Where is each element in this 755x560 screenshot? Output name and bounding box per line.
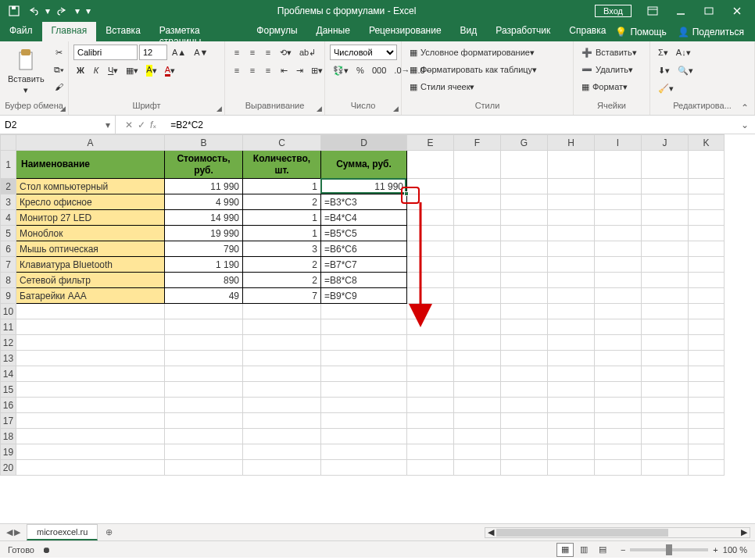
cell[interactable]: 4 990 [165,194,243,210]
cell[interactable] [642,460,689,476]
cell[interactable] [165,460,243,476]
cell[interactable] [642,398,689,413]
column-header[interactable]: B [165,135,243,151]
cell[interactable]: 11 990 [165,179,243,194]
cell[interactable] [595,335,642,351]
row-header[interactable]: 7 [1,257,16,273]
format-painter-icon[interactable]: 🖌 [51,79,67,95]
cell[interactable] [595,460,642,476]
cell[interactable] [595,151,642,179]
cell[interactable] [243,444,321,460]
format-as-table-button[interactable]: ▦ Форматировать как таблицу▾ [406,62,568,77]
cell[interactable] [642,241,689,257]
cell[interactable] [501,257,548,273]
cell[interactable]: 2 [243,194,321,210]
cell[interactable]: Моноблок [16,226,165,241]
cell[interactable]: 49 [165,288,243,304]
cell[interactable]: 2 [243,273,321,288]
cell[interactable]: 1 [243,226,321,241]
zoom-out-icon[interactable]: − [621,545,625,555]
font-name-combo[interactable] [73,45,138,60]
cell[interactable] [642,226,689,241]
cell[interactable]: Сетевой фильтр [16,273,165,288]
cell[interactable] [243,335,321,351]
cell[interactable] [454,335,501,351]
align-right-icon[interactable]: ≡ [261,62,275,78]
border-icon[interactable]: ▦▾ [123,62,141,78]
zoom-level[interactable]: 100 % [723,545,747,555]
font-dialog-launcher[interactable]: ◢ [216,105,222,112]
cell[interactable] [407,351,454,366]
row-header[interactable]: 8 [1,273,16,288]
row-header[interactable]: 5 [1,226,16,241]
cell[interactable]: 1 190 [165,257,243,273]
cell[interactable] [548,398,595,413]
cell[interactable] [407,444,454,460]
cell[interactable] [454,210,501,226]
tab-file[interactable]: Файл [0,22,42,41]
cell[interactable] [595,429,642,444]
cell[interactable] [642,194,689,210]
shrink-font-icon[interactable]: A▼ [191,45,211,60]
cell[interactable] [321,351,407,366]
cell[interactable]: 1 [243,179,321,194]
undo-dropdown-icon[interactable]: ▾ [44,3,52,19]
cell[interactable] [595,319,642,335]
name-box-dropdown-icon[interactable]: ▾ [106,119,110,130]
cell[interactable] [243,398,321,413]
cell[interactable] [548,366,595,382]
clipboard-dialog-launcher[interactable]: ◢ [60,105,66,112]
view-normal-icon[interactable]: ▦ [556,543,574,557]
macro-record-icon[interactable]: ⏺ [42,545,51,555]
cell[interactable] [243,413,321,429]
cell[interactable] [243,460,321,476]
enter-formula-icon[interactable]: ✓ [138,119,145,130]
cell[interactable] [407,460,454,476]
cell[interactable] [689,382,725,398]
cell[interactable] [454,151,501,179]
cell[interactable]: Количество, шт. [243,151,321,179]
cell[interactable] [548,429,595,444]
insert-cells-button[interactable]: ➕ Вставить▾ [578,45,645,60]
align-bottom-icon[interactable]: ≡ [261,45,275,60]
cell[interactable] [454,366,501,382]
row-header[interactable]: 1 [1,151,16,179]
cell[interactable] [321,366,407,382]
cell[interactable] [165,319,243,335]
name-box[interactable] [5,119,106,130]
row-header[interactable]: 2 [1,179,16,194]
cell[interactable] [454,194,501,210]
cell[interactable] [454,226,501,241]
cell[interactable] [595,413,642,429]
merge-icon[interactable]: ⊞▾ [308,62,326,78]
cell[interactable] [501,194,548,210]
cell[interactable] [642,319,689,335]
cell[interactable] [501,151,548,179]
cell[interactable] [454,179,501,194]
cell[interactable]: 3 [243,241,321,257]
cell[interactable] [454,304,501,319]
cell[interactable] [642,210,689,226]
cell[interactable]: Сумма, руб. [321,151,407,179]
cell[interactable] [165,429,243,444]
tab-insert[interactable]: Вставка [96,22,150,41]
row-header[interactable]: 10 [1,304,16,319]
orientation-icon[interactable]: ⟲▾ [277,45,295,60]
cell[interactable]: Клавиатура Bluetooth [16,257,165,273]
wrap-text-icon[interactable]: ab↲ [296,45,319,60]
cell[interactable] [407,335,454,351]
cell[interactable] [501,429,548,444]
delete-cells-button[interactable]: ➖ Удалить▾ [578,62,645,77]
cell[interactable]: =B7*C7 [321,257,407,273]
cell[interactable]: Наименование [16,151,165,179]
cell[interactable] [689,151,725,179]
cell[interactable] [165,351,243,366]
cell[interactable] [548,460,595,476]
italic-button[interactable]: К [89,62,103,78]
column-header[interactable]: E [407,135,454,151]
cell[interactable] [689,288,725,304]
cell[interactable] [16,366,165,382]
find-icon[interactable]: 🔍▾ [674,62,696,78]
cell[interactable]: 1 [243,210,321,226]
underline-button[interactable]: Ч▾ [105,62,121,78]
